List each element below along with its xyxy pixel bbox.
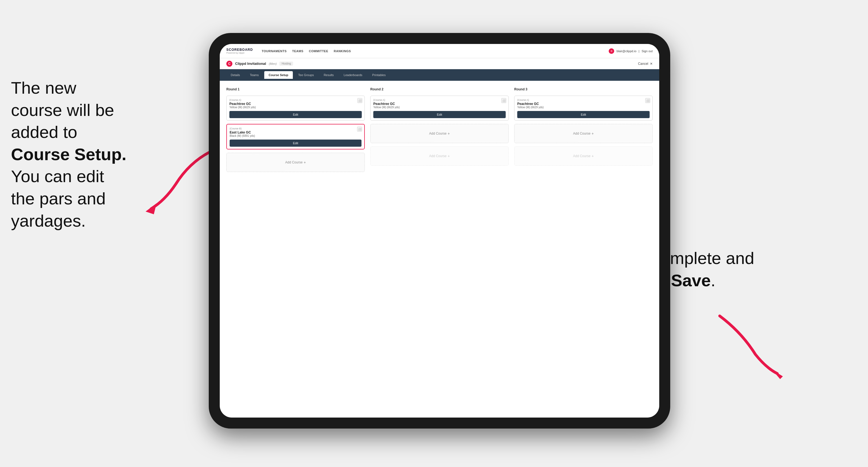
round2-course-a-card: ⬜ (Course A) Peachtree GC Yellow (M) (66… bbox=[370, 96, 509, 121]
round3-course-a-delete[interactable]: ⬜ bbox=[645, 98, 650, 103]
right-arrow bbox=[698, 310, 794, 382]
logo-title: SCOREBOARD bbox=[226, 48, 253, 52]
round2-add-course-disabled-label: Add Course bbox=[429, 154, 446, 158]
round3-course-a-label: (Course A) bbox=[517, 99, 650, 101]
tournament-gender: (Men) bbox=[269, 62, 277, 65]
annotation-line6: yardages. bbox=[11, 211, 86, 230]
annotation-line4: You can edit bbox=[11, 167, 104, 186]
round2-add-course-label: Add Course bbox=[429, 132, 446, 135]
annotation-save-bold: Save bbox=[671, 271, 711, 290]
nav-committee[interactable]: COMMITTEE bbox=[309, 50, 329, 53]
round-3-column: Round 3 ⬜ (Course A) Peachtree GC Yellow… bbox=[514, 87, 653, 172]
tournament-info: C Clippd Invitational (Men) Hosting bbox=[226, 61, 293, 67]
top-nav: SCOREBOARD Powered by clippd TOURNAMENTS… bbox=[220, 44, 659, 58]
annotation-bold: Course Setup. bbox=[11, 145, 126, 164]
round2-add-course-disabled-plus: + bbox=[448, 154, 450, 158]
round-3-label: Round 3 bbox=[514, 87, 653, 91]
sign-out-link[interactable]: Sign out bbox=[642, 50, 653, 53]
round3-add-course-plus: + bbox=[592, 131, 594, 136]
clippd-logo: C bbox=[226, 61, 232, 67]
round1-course-a-delete[interactable]: ⬜ bbox=[358, 98, 362, 103]
scoreboard-logo: SCOREBOARD Powered by clippd bbox=[226, 48, 253, 54]
round2-course-a-edit-button[interactable]: Edit bbox=[373, 111, 506, 118]
round1-course-a-card: ⬜ (Course A) Peachtree GC Yellow (M) (66… bbox=[226, 96, 365, 121]
nav-separator: | bbox=[639, 50, 640, 53]
tablet-frame: SCOREBOARD Powered by clippd TOURNAMENTS… bbox=[209, 33, 670, 429]
round1-add-course-label: Add Course bbox=[285, 160, 303, 164]
annotation-line3: added to bbox=[11, 123, 77, 142]
tournament-bar: C Clippd Invitational (Men) Hosting Canc… bbox=[220, 58, 659, 69]
round3-course-a-card: ⬜ (Course A) Peachtree GC Yellow (M) (66… bbox=[514, 96, 653, 121]
round3-add-course-label: Add Course bbox=[573, 132, 590, 135]
annotation-right-end: . bbox=[711, 271, 716, 290]
round2-add-course-button[interactable]: Add Course + bbox=[370, 124, 509, 143]
logo-sub: Powered by clippd bbox=[226, 52, 253, 54]
nav-teams[interactable]: TEAMS bbox=[292, 50, 304, 53]
round1-course-a-label: (Course A) bbox=[229, 99, 362, 101]
round2-add-course-disabled: Add Course + bbox=[370, 147, 509, 166]
nav-links: TOURNAMENTS TEAMS COMMITTEE RANKINGS bbox=[262, 50, 602, 53]
round2-course-a-name: Peachtree GC bbox=[373, 102, 506, 106]
round3-add-course-disabled-plus: + bbox=[592, 154, 594, 158]
round-2-label: Round 2 bbox=[370, 87, 509, 91]
tab-leaderboards[interactable]: Leaderboards bbox=[339, 71, 367, 79]
main-content: Round 1 ⬜ (Course A) Peachtree GC Yellow… bbox=[220, 81, 659, 417]
round2-course-a-details: Yellow (M) (6629 yds) bbox=[373, 106, 506, 109]
left-annotation: The new course will be added to Course S… bbox=[11, 77, 170, 232]
annotation-line1: The new bbox=[11, 78, 76, 97]
round1-course-a-edit-button[interactable]: Edit bbox=[229, 111, 362, 118]
round-2-column: Round 2 ⬜ (Course A) Peachtree GC Yellow… bbox=[370, 87, 509, 172]
tab-tee-groups[interactable]: Tee Groups bbox=[294, 71, 318, 79]
tab-teams[interactable]: Teams bbox=[246, 71, 263, 79]
annotation-line2: course will be bbox=[11, 100, 114, 120]
round2-course-a-delete[interactable]: ⬜ bbox=[501, 98, 506, 103]
nav-right: B blair@clippd.io | Sign out bbox=[609, 48, 653, 54]
round2-course-a-label: (Course A) bbox=[373, 99, 506, 101]
round1-course-b-details: Black (M) (6891 yds) bbox=[229, 134, 362, 137]
tablet-screen: SCOREBOARD Powered by clippd TOURNAMENTS… bbox=[220, 44, 659, 417]
round1-course-a-details: Yellow (M) (6629 yds) bbox=[229, 106, 362, 109]
user-avatar: B bbox=[609, 48, 614, 54]
close-icon: ✕ bbox=[650, 62, 653, 66]
round3-course-a-details: Yellow (M) (6629 yds) bbox=[517, 106, 650, 109]
round1-add-course-plus: + bbox=[304, 160, 306, 164]
round-1-column: Round 1 ⬜ (Course A) Peachtree GC Yellow… bbox=[226, 87, 365, 172]
tab-printables[interactable]: Printables bbox=[368, 71, 390, 79]
round2-add-course-plus: + bbox=[448, 131, 450, 136]
rounds-grid: Round 1 ⬜ (Course A) Peachtree GC Yellow… bbox=[226, 87, 653, 172]
nav-rankings[interactable]: RANKINGS bbox=[334, 50, 351, 53]
tab-details[interactable]: Details bbox=[226, 71, 245, 79]
annotation-line5: the pars and bbox=[11, 189, 106, 208]
round1-course-b-name: East Lake GC bbox=[229, 130, 362, 134]
cancel-button[interactable]: Cancel ✕ bbox=[638, 62, 653, 66]
tab-course-setup[interactable]: Course Setup bbox=[264, 71, 293, 79]
round1-add-course-button[interactable]: Add Course + bbox=[226, 153, 365, 172]
round3-add-course-disabled-label: Add Course bbox=[573, 154, 590, 158]
tab-bar: Details Teams Course Setup Tee Groups Re… bbox=[220, 69, 659, 81]
round1-course-b-label: (Course B) bbox=[229, 127, 362, 130]
nav-tournaments[interactable]: TOURNAMENTS bbox=[262, 50, 287, 53]
round3-course-a-name: Peachtree GC bbox=[517, 102, 650, 106]
round1-course-b-card: ⬜ (Course B) East Lake GC Black (M) (689… bbox=[226, 124, 365, 150]
tournament-name: Clippd Invitational bbox=[235, 62, 266, 66]
round3-add-course-button[interactable]: Add Course + bbox=[514, 124, 653, 143]
round1-course-b-delete[interactable]: ⬜ bbox=[357, 127, 362, 132]
tab-results[interactable]: Results bbox=[319, 71, 338, 79]
hosting-badge: Hosting bbox=[279, 62, 293, 66]
round3-course-a-edit-button[interactable]: Edit bbox=[517, 111, 650, 118]
round3-add-course-disabled: Add Course + bbox=[514, 147, 653, 166]
svg-marker-1 bbox=[772, 370, 783, 379]
user-email: blair@clippd.io bbox=[616, 50, 636, 53]
round1-course-a-name: Peachtree GC bbox=[229, 102, 362, 106]
round1-course-b-edit-button[interactable]: Edit bbox=[229, 139, 362, 147]
round-1-label: Round 1 bbox=[226, 87, 365, 91]
cancel-label: Cancel bbox=[638, 62, 648, 66]
